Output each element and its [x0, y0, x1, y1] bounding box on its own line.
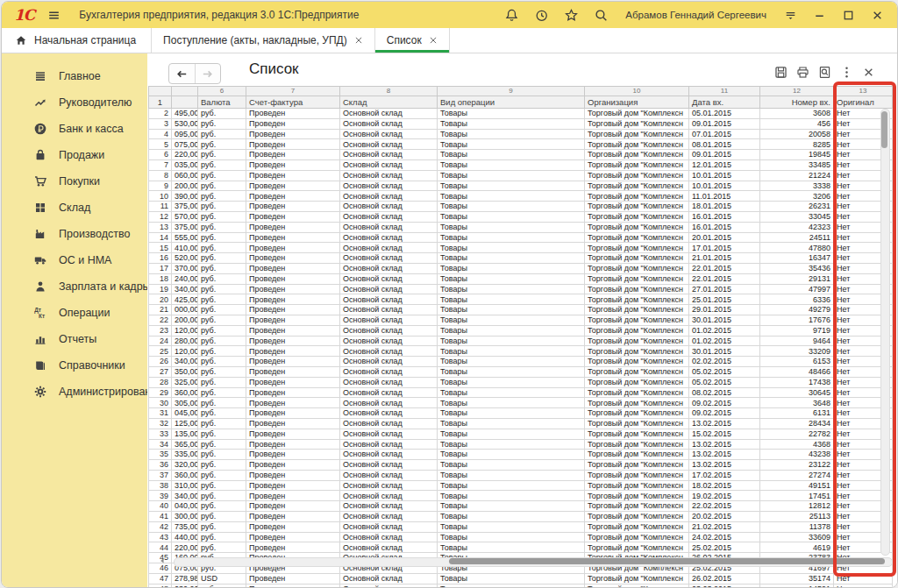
- table-cell[interactable]: 47: [149, 573, 172, 584]
- table-cell[interactable]: Основной склад: [340, 253, 438, 264]
- column-header[interactable]: Склад: [340, 96, 438, 109]
- table-cell[interactable]: 18: [149, 273, 172, 284]
- table-cell[interactable]: Основной склад: [340, 263, 438, 273]
- table-row[interactable]: 48030,00руб.ПроведенОсновной складТовары…: [149, 584, 893, 588]
- table-cell[interactable]: руб.: [198, 325, 246, 336]
- table-cell[interactable]: Торговый дом "Комплексн: [585, 450, 689, 460]
- table-cell[interactable]: Проведен: [246, 294, 340, 305]
- table-cell[interactable]: Товары: [438, 491, 585, 501]
- table-cell[interactable]: руб.: [198, 512, 246, 522]
- table-cell[interactable]: Товары: [438, 377, 585, 387]
- table-cell[interactable]: 350,00: [172, 366, 198, 377]
- table-cell[interactable]: Товары: [438, 336, 585, 346]
- table-cell[interactable]: 15: [149, 243, 172, 253]
- table-cell[interactable]: 24.02.2015: [689, 532, 760, 542]
- table-cell[interactable]: 125,00: [172, 418, 198, 429]
- table-cell[interactable]: 13.02.2015: [689, 439, 760, 450]
- horizontal-scrollbar-thumb[interactable]: [449, 558, 885, 564]
- column-header[interactable]: Счет-фактура: [246, 96, 340, 109]
- table-cell[interactable]: Торговый дом "Комплексн: [585, 521, 689, 532]
- table-cell[interactable]: 375,00: [172, 222, 198, 232]
- table-row[interactable]: 42735,00руб.ПроведенОсновной складТовары…: [149, 521, 893, 532]
- table-cell[interactable]: 27.01.2015: [689, 284, 760, 294]
- table-cell[interactable]: руб.: [198, 460, 246, 471]
- table-cell[interactable]: 340,00: [172, 357, 198, 367]
- table-cell[interactable]: Основной склад: [340, 357, 438, 367]
- table-cell[interactable]: руб.: [198, 170, 246, 181]
- table-cell[interactable]: 3608: [760, 109, 834, 119]
- table-cell[interactable]: 11378: [760, 521, 834, 532]
- table-cell[interactable]: 09.01.2015: [689, 118, 760, 129]
- sidebar-item-cart[interactable]: Покупки: [2, 168, 147, 195]
- table-cell[interactable]: Товары: [438, 211, 585, 222]
- column-number-cell[interactable]: 10: [585, 87, 689, 96]
- table-cell[interactable]: Товары: [438, 387, 585, 398]
- table-cell[interactable]: Проведен: [246, 109, 340, 119]
- table-cell[interactable]: 13: [149, 222, 172, 232]
- close-icon[interactable]: [870, 8, 885, 23]
- table-cell[interactable]: Проведен: [246, 377, 340, 387]
- table-cell[interactable]: Товары: [438, 253, 585, 264]
- table-cell[interactable]: Товары: [438, 202, 585, 212]
- table-cell[interactable]: 42323: [760, 222, 834, 232]
- table-cell[interactable]: 370,00: [172, 263, 198, 273]
- table-cell[interactable]: Торговый дом "Комплексн: [585, 294, 689, 305]
- table-cell[interactable]: 23122: [760, 460, 834, 471]
- table-cell[interactable]: 40: [149, 501, 172, 512]
- table-cell[interactable]: 6131: [760, 408, 834, 419]
- table-cell[interactable]: Товары: [438, 109, 585, 119]
- table-cell[interactable]: 19: [149, 284, 172, 294]
- table-cell[interactable]: руб.: [198, 191, 246, 202]
- table-cell[interactable]: Проведен: [246, 429, 340, 439]
- table-row[interactable]: 3530,00руб.ПроведенОсновной складТоварыТ…: [149, 118, 893, 129]
- table-cell[interactable]: Торговый дом "Комплексн: [585, 129, 689, 139]
- table-cell[interactable]: 24: [149, 336, 172, 346]
- table-cell[interactable]: Торговый дом "Комплексн: [585, 491, 689, 501]
- table-cell[interactable]: Проведен: [246, 118, 340, 129]
- table-cell[interactable]: Торговый дом "Комплексн: [585, 202, 689, 212]
- table-cell[interactable]: руб.: [198, 336, 246, 346]
- table-cell[interactable]: Торговый дом "Комплексн: [585, 377, 689, 387]
- table-cell[interactable]: Товары: [438, 480, 585, 491]
- table-cell[interactable]: Основной склад: [340, 305, 438, 315]
- preview-icon[interactable]: [817, 65, 832, 80]
- table-cell[interactable]: руб.: [198, 480, 246, 491]
- table-cell[interactable]: руб.: [198, 253, 246, 264]
- table-row[interactable]: 38310,00руб.ПроведенОсновной складТовары…: [149, 480, 893, 491]
- table-cell[interactable]: 10: [149, 191, 172, 202]
- table-cell[interactable]: 07.01.2015: [689, 129, 760, 139]
- table-cell[interactable]: руб.: [198, 263, 246, 273]
- table-cell[interactable]: 3206: [760, 191, 834, 202]
- sidebar-item-menu[interactable]: Главное: [2, 63, 147, 89]
- table-cell[interactable]: Проведен: [246, 521, 340, 532]
- table-cell[interactable]: Торговый дом "Комплексн: [585, 181, 689, 191]
- table-cell[interactable]: Проведен: [246, 170, 340, 181]
- table-cell[interactable]: Торговый дом "Комплексн: [585, 408, 689, 419]
- table-cell[interactable]: Товары: [438, 429, 585, 439]
- table-cell[interactable]: Основной склад: [340, 450, 438, 460]
- table-cell[interactable]: 03.03.2015: [689, 584, 760, 588]
- table-cell[interactable]: Товары: [438, 532, 585, 542]
- table-cell[interactable]: 09.02.2015: [689, 408, 760, 419]
- table-row[interactable]: 5075,00руб.ПроведенОсновной складТоварыТ…: [149, 139, 893, 150]
- table-cell[interactable]: Товары: [438, 305, 585, 315]
- table-cell[interactable]: Проведен: [246, 512, 340, 522]
- table-cell[interactable]: 39: [149, 491, 172, 501]
- table-cell[interactable]: 075,00: [172, 139, 198, 150]
- table-cell[interactable]: Товары: [438, 542, 585, 553]
- table-cell[interactable]: 135,00: [172, 429, 198, 439]
- table-cell[interactable]: Торговый дом "Комплексн: [585, 273, 689, 284]
- table-cell[interactable]: 200,00: [172, 315, 198, 325]
- table-cell[interactable]: Проведен: [246, 480, 340, 491]
- table-cell[interactable]: Основной склад: [340, 521, 438, 532]
- table-cell[interactable]: Проведен: [246, 253, 340, 264]
- table-cell[interactable]: 360,00: [172, 470, 198, 480]
- table-cell[interactable]: Проведен: [246, 439, 340, 450]
- table-cell[interactable]: 8285: [760, 139, 834, 150]
- history-icon[interactable]: [534, 8, 549, 23]
- table-cell[interactable]: 33: [149, 429, 172, 439]
- more-icon[interactable]: [839, 65, 854, 80]
- table-cell[interactable]: Основной склад: [340, 480, 438, 491]
- table-cell[interactable]: 7: [149, 159, 172, 170]
- column-header[interactable]: Организация: [585, 96, 689, 109]
